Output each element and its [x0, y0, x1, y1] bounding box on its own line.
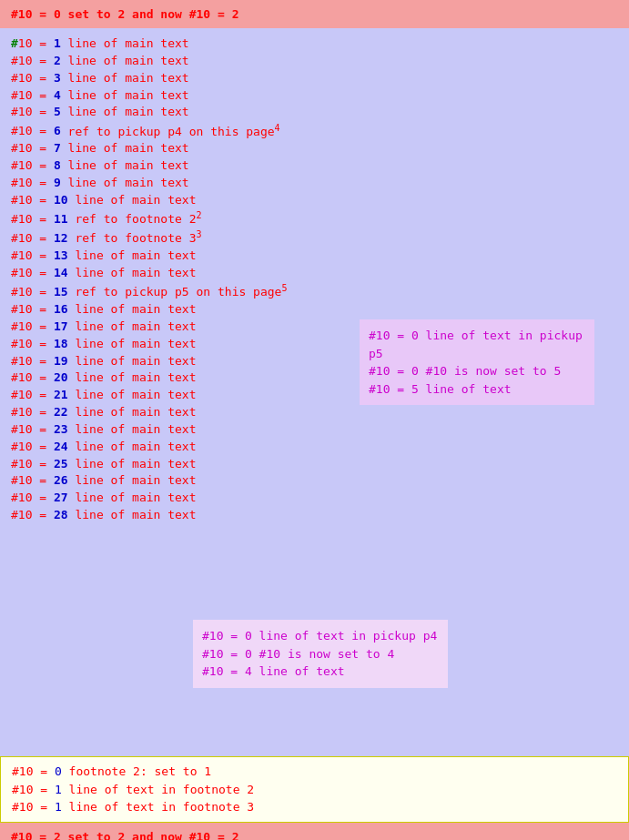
pickup-p5-line1: #10 = 0 line of text in pickup p5 — [369, 327, 585, 362]
pickup-p5-box: #10 = 0 line of text in pickup p5 #10 = … — [360, 319, 594, 405]
main-line-2: #10 = 2 line of main text — [11, 53, 618, 70]
footnote-line3: #10 = 1 line of text in footnote 3 — [12, 798, 617, 816]
footnote-line2: #10 = 1 line of text in footnote 2 — [12, 781, 617, 799]
main-line-26: #10 = 26 line of main text — [11, 472, 618, 490]
main-line-5: #10 = 5 line of main text — [11, 104, 618, 121]
top-bar: #10 = 0 set to 2 and now #10 = 2 — [0, 0, 629, 28]
main-line-27: #10 = 27 line of main text — [11, 490, 618, 507]
main-line-6: #10 = 6 ref to pickup p4 on this page4 — [11, 121, 618, 140]
pickup-p4-area: #10 = 0 line of text in pickup p4 #10 = … — [0, 611, 629, 720]
main-line-13: #10 = 13 line of main text — [11, 248, 618, 265]
main-line-1: #10 = 1 line of main text — [11, 35, 618, 53]
bottom-bar: #10 = 2 set to 2 and now #10 = 2 — [0, 823, 629, 841]
main-area: #10 = 1 line of main text #10 = 2 line o… — [0, 28, 629, 538]
main-line-28: #10 = 28 line of main text — [11, 507, 618, 524]
main-line-4: #10 = 4 line of main text — [11, 87, 618, 105]
main-line-11: #10 = 11 ref to footnote 22 — [11, 209, 618, 228]
spacer2-blue — [0, 720, 629, 756]
pickup-p5-line2: #10 = 0 #10 is now set to 5 — [369, 362, 585, 380]
main-line-12: #10 = 12 ref to footnote 33 — [11, 228, 618, 248]
main-line-25: #10 = 25 line of main text — [11, 456, 618, 473]
pickup-p4-line1: #10 = 0 line of text in pickup p4 — [202, 627, 439, 645]
footnote-line1: #10 = 0 footnote 2: set to 1 — [12, 763, 617, 781]
pickup-p4-box: #10 = 0 line of text in pickup p4 #10 = … — [193, 620, 448, 688]
line-label: 10 = — [18, 36, 54, 50]
pickup-p4-line2: #10 = 0 #10 is now set to 4 — [202, 645, 439, 663]
main-line-14: #10 = 14 line of main text — [11, 265, 618, 282]
main-line-16: #10 = 16 line of main text — [11, 301, 618, 319]
main-line-7: #10 = 7 line of main text — [11, 140, 618, 157]
main-line-23: #10 = 23 line of main text — [11, 421, 618, 439]
footnote-area: #10 = 0 footnote 2: set to 1 #10 = 1 lin… — [0, 756, 629, 823]
main-line-22: #10 = 22 line of main text — [11, 404, 618, 421]
green-hash: # — [11, 36, 18, 50]
spacer-blue — [0, 538, 629, 611]
top-bar-text: #10 = 0 set to 2 and now #10 = 2 — [11, 7, 238, 21]
pickup-p4-line3: #10 = 4 line of text — [202, 663, 439, 681]
pickup-p5-line3: #10 = 5 line of text — [369, 380, 585, 399]
main-line-10: #10 = 10 line of main text — [11, 192, 618, 209]
main-line-24: #10 = 24 line of main text — [11, 439, 618, 456]
main-line-15: #10 = 15 ref to pickup p5 on this page5 — [11, 282, 618, 301]
main-line-9: #10 = 9 line of main text — [11, 175, 618, 192]
bottom-bar-text: #10 = 2 set to 2 and now #10 = 2 — [11, 830, 238, 841]
main-line-3: #10 = 3 line of main text — [11, 70, 618, 87]
main-lines: #10 = 1 line of main text #10 = 2 line o… — [11, 35, 618, 524]
main-line-8: #10 = 8 line of main text — [11, 157, 618, 175]
